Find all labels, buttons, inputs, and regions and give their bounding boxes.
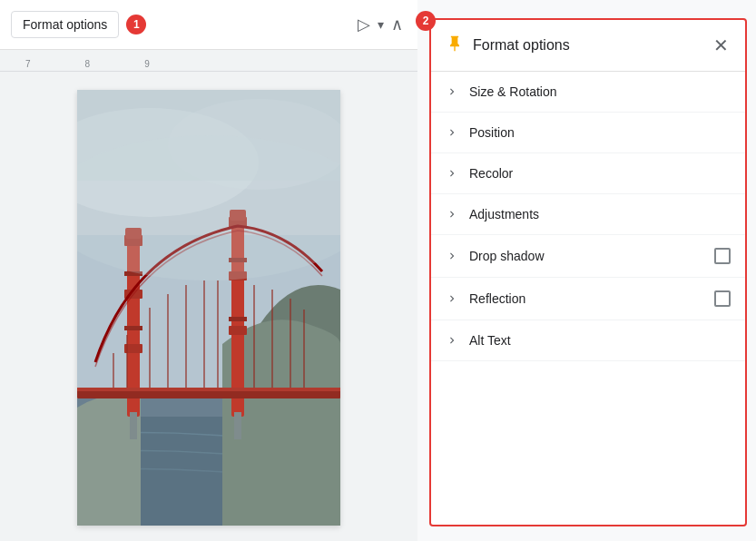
ruler-mark-9: 9	[144, 59, 150, 69]
size-rotation-item[interactable]: Size & Rotation	[431, 72, 745, 113]
reflection-label: Reflection	[469, 291, 703, 306]
position-item[interactable]: Position	[431, 113, 745, 153]
toolbar-icons: ▷ ▾ ∧	[354, 11, 407, 38]
cursor-button[interactable]: ▷	[354, 11, 374, 38]
chevron-right-icon	[446, 250, 458, 262]
svg-rect-34	[234, 412, 241, 439]
chevron-right-icon	[446, 85, 458, 98]
drop-shadow-item[interactable]: Drop shadow	[431, 235, 745, 278]
recolor-item[interactable]: Recolor	[431, 153, 745, 194]
dropdown-arrow: ▾	[378, 17, 384, 32]
chevron-right-icon	[446, 208, 458, 221]
svg-rect-19	[229, 317, 247, 321]
toolbar: Format options 1 ▷ ▾ ∧	[0, 0, 417, 50]
chevron-right-icon	[446, 167, 458, 180]
chevron-right-icon	[446, 292, 458, 305]
document-page	[77, 90, 340, 526]
collapse-button[interactable]: ∧	[388, 11, 407, 38]
adjustments-label: Adjustments	[469, 207, 731, 221]
alt-text-label: Alt Text	[469, 333, 731, 348]
panel-close-button[interactable]: ✕	[712, 33, 731, 58]
reflection-checkbox[interactable]	[714, 290, 731, 307]
panel-header: Format options ✕	[431, 20, 745, 72]
format-options-panel: Format options ✕ Size & Rotation Positio…	[429, 18, 747, 526]
ruler-mark-8: 8	[85, 59, 91, 69]
format-options-label: Format options	[23, 17, 107, 32]
alt-text-item[interactable]: Alt Text	[431, 320, 745, 361]
recolor-label: Recolor	[469, 166, 731, 181]
pin-icon	[446, 34, 464, 57]
panel-items-list: Size & Rotation Position Recolor Adjustm…	[431, 72, 745, 525]
ruler: 7 8 9	[0, 50, 417, 72]
svg-rect-16	[229, 326, 247, 335]
svg-rect-32	[77, 388, 340, 391]
chevron-right-icon	[446, 126, 458, 139]
bridge-image	[77, 90, 340, 526]
svg-rect-33	[130, 412, 137, 439]
badge-2: 2	[416, 11, 436, 31]
reflection-item[interactable]: Reflection	[431, 278, 745, 320]
chevron-right-icon	[446, 334, 458, 347]
size-rotation-label: Size & Rotation	[469, 84, 731, 99]
drop-shadow-label: Drop shadow	[469, 249, 703, 263]
format-options-button[interactable]: Format options	[11, 11, 119, 38]
adjustments-item[interactable]: Adjustments	[431, 194, 745, 235]
badge-1: 1	[126, 15, 146, 34]
svg-point-36	[77, 135, 340, 280]
document-area	[0, 72, 417, 541]
svg-rect-12	[124, 326, 142, 330]
panel-title: Format options	[473, 37, 702, 54]
ruler-mark-7: 7	[25, 59, 31, 69]
drop-shadow-checkbox[interactable]	[714, 248, 731, 264]
position-label: Position	[469, 125, 731, 140]
